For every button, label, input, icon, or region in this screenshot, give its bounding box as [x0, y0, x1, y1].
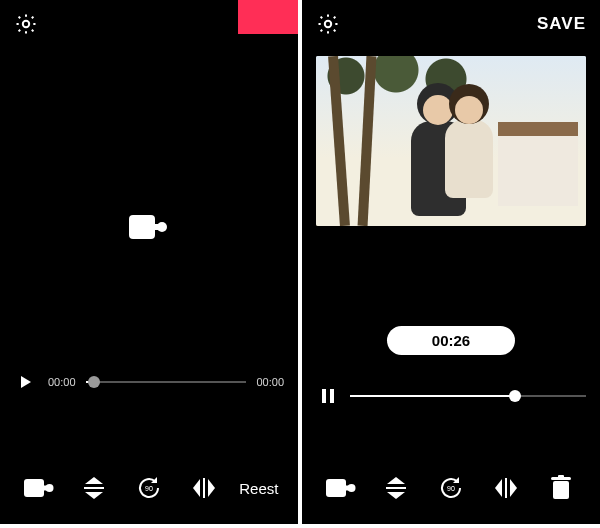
svg-rect-3	[153, 224, 161, 230]
seek-fill	[350, 395, 515, 397]
editor-pane-empty: 00:00 00:00	[0, 0, 298, 524]
seek-bar	[302, 384, 600, 408]
svg-rect-21	[344, 486, 351, 491]
duration-time: 00:00	[256, 376, 284, 388]
seek-bar: 00:00 00:00	[0, 370, 298, 394]
flip-horizontal-button[interactable]	[184, 468, 224, 508]
svg-rect-1	[129, 215, 155, 239]
pause-icon	[321, 388, 335, 404]
camera-button[interactable]	[321, 468, 361, 508]
settings-button[interactable]	[312, 8, 344, 40]
seek-track[interactable]	[86, 370, 247, 394]
save-button[interactable]: SAVE	[533, 10, 590, 38]
svg-rect-7	[42, 486, 49, 491]
gear-icon	[316, 12, 340, 36]
svg-point-0	[23, 21, 29, 27]
svg-rect-30	[553, 481, 569, 499]
top-bar	[0, 0, 298, 48]
svg-rect-19	[326, 479, 346, 497]
preview-area	[0, 70, 298, 384]
svg-marker-4	[21, 376, 31, 388]
svg-point-16	[325, 21, 331, 27]
camera-button[interactable]	[19, 468, 59, 508]
seek-track-line	[86, 381, 247, 383]
rotate-button[interactable]: 90	[431, 468, 471, 508]
editor-pane-video: SAVE 00:26	[302, 0, 600, 524]
pause-button[interactable]	[316, 384, 340, 408]
flip-horizontal-button[interactable]	[486, 468, 526, 508]
play-icon	[19, 375, 33, 389]
svg-text:90: 90	[447, 485, 455, 492]
svg-marker-13	[193, 479, 200, 497]
reset-button[interactable]: Reest	[239, 480, 278, 497]
svg-rect-18	[330, 389, 334, 403]
elapsed-pill: 00:26	[387, 326, 515, 355]
gear-icon	[14, 12, 38, 36]
seek-track[interactable]	[350, 384, 586, 408]
preview-area	[302, 56, 600, 256]
svg-rect-17	[322, 389, 326, 403]
svg-marker-15	[208, 479, 215, 497]
camera-placeholder[interactable]	[129, 213, 169, 241]
svg-rect-32	[558, 475, 564, 478]
flip-vertical-button[interactable]	[376, 468, 416, 508]
trash-icon	[550, 475, 572, 501]
record-button[interactable]	[238, 0, 298, 34]
settings-button[interactable]	[10, 8, 42, 40]
camera-icon	[326, 477, 356, 499]
seek-thumb[interactable]	[509, 390, 521, 402]
top-bar: SAVE	[302, 0, 600, 48]
delete-button[interactable]	[541, 468, 581, 508]
camera-icon	[24, 477, 54, 499]
svg-marker-24	[387, 492, 405, 499]
flip-horizontal-icon	[493, 475, 519, 501]
svg-marker-8	[85, 477, 103, 484]
bottom-toolbar: 90 Reest	[0, 468, 298, 508]
svg-marker-29	[510, 479, 517, 497]
svg-marker-10	[85, 492, 103, 499]
flip-vertical-icon	[81, 475, 107, 501]
flip-horizontal-icon	[191, 475, 217, 501]
svg-text:90: 90	[145, 485, 153, 492]
bottom-toolbar: 90	[302, 468, 600, 508]
svg-marker-27	[495, 479, 502, 497]
flip-vertical-button[interactable]	[74, 468, 114, 508]
svg-rect-5	[24, 479, 44, 497]
play-button[interactable]	[14, 370, 38, 394]
seek-thumb[interactable]	[88, 376, 100, 388]
svg-marker-22	[387, 477, 405, 484]
camera-icon	[129, 213, 169, 241]
flip-vertical-icon	[383, 475, 409, 501]
rotate-icon: 90	[437, 474, 465, 502]
rotate-button[interactable]: 90	[129, 468, 169, 508]
current-time: 00:00	[48, 376, 76, 388]
rotate-icon: 90	[135, 474, 163, 502]
video-preview[interactable]	[316, 56, 586, 226]
